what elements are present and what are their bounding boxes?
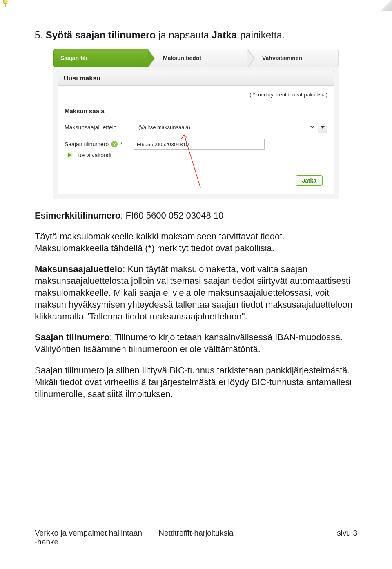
step-number: 5. xyxy=(35,29,43,40)
row-saajan-tilinumero: Saajan tilinumero ? * xyxy=(65,139,327,150)
bank-form: Saajan tili Maksun tiedot Vahvistaminen … xyxy=(53,49,339,200)
page: 5. Syötä saajan tilinumero ja napsauta J… xyxy=(0,0,392,569)
pin-icon xyxy=(2,0,9,8)
help-icon[interactable]: ? xyxy=(111,141,118,147)
tab-saajan-tili[interactable]: Saajan tili xyxy=(53,49,149,67)
example-value: : FI60 5600 052 03048 10 xyxy=(120,210,223,221)
embedded-screenshot: Saajan tili Maksun tiedot Vahvistaminen … xyxy=(53,49,339,200)
read-barcode-link[interactable]: Lue viivakoodi xyxy=(66,152,327,158)
tab-maksun-tiedot[interactable]: Maksun tiedot xyxy=(149,49,248,67)
account-number-input[interactable] xyxy=(134,139,265,150)
tab-vahvistaminen[interactable]: Vahvistaminen xyxy=(248,49,339,67)
page-curl-corner xyxy=(381,0,392,11)
paragraph-2: Maksunsaajaluettelo: Kun täytät maksulom… xyxy=(35,263,357,322)
payee-select[interactable]: (Valitse maksunsaaja) xyxy=(134,122,316,132)
content-area: 5. Syötä saajan tilinumero ja napsauta J… xyxy=(0,0,392,400)
tab1-label: Saajan tili xyxy=(60,55,87,61)
label-maksunsaajaluettelo: Maksunsaajaluettelo xyxy=(65,124,134,131)
section-maksun-saaja: Maksun saaja xyxy=(65,107,327,114)
wizard-tabs: Saajan tili Maksun tiedot Vahvistaminen xyxy=(53,49,339,67)
required-asterisk: * xyxy=(120,141,122,147)
step-suffix: -painiketta. xyxy=(237,29,285,40)
barcode-label: Lue viivakoodi xyxy=(75,152,111,158)
p2-bold: Maksunsaajaluettelo xyxy=(35,264,122,274)
panel-body: ( * merkityt kentät ovat pakollisia) Mak… xyxy=(58,86,334,194)
paragraph-3: Saajan tilinumero: Tilinumero kirjoiteta… xyxy=(35,331,357,355)
tab3-label: Vahvistaminen xyxy=(262,55,302,61)
paragraph-1: Täytä maksulomakkeelle kaikki maksamisee… xyxy=(35,230,357,254)
play-icon xyxy=(66,152,73,158)
panel-footer: Jatka xyxy=(65,171,327,190)
step-bold-prefix: Syötä saajan xyxy=(46,29,108,40)
p3-bold: Saajan tilinumero xyxy=(35,332,109,342)
example-line: Esimerkkitilinumero: FI60 5600 052 03048… xyxy=(35,210,357,221)
panel-uusi-maksu: Uusi maksu ( * merkityt kentät ovat pako… xyxy=(58,71,334,194)
footer-right: sivu 3 xyxy=(250,529,357,547)
page-footer: Verkko ja vempaimet hallintaan -hanke Ne… xyxy=(35,529,357,547)
step-mid: ja napsauta xyxy=(156,29,212,40)
paragraph-4: Saajan tilinumero ja siihen liittyvä BIC… xyxy=(35,364,357,400)
tab2-label: Maksun tiedot xyxy=(163,55,201,61)
svg-point-0 xyxy=(3,0,7,4)
step-instruction: 5. Syötä saajan tilinumero ja napsauta J… xyxy=(35,29,357,41)
chevron-down-icon[interactable] xyxy=(318,122,327,133)
payee-select-wrap: (Valitse maksunsaaja) xyxy=(134,122,327,133)
continue-button[interactable]: Jatka xyxy=(296,175,323,186)
panel-title: Uusi maksu xyxy=(58,71,334,86)
required-note: ( * merkityt kentät ovat pakollisia) xyxy=(65,91,327,98)
row-maksunsaajaluettelo: Maksunsaajaluettelo (Valitse maksunsaaja… xyxy=(65,122,327,133)
footer-left: Verkko ja vempaimet hallintaan -hanke xyxy=(35,529,142,547)
step-bold1: tilinumero xyxy=(108,29,156,40)
footer-center: Nettitreffit-harjoituksia xyxy=(142,529,249,547)
label-saajan-tilinumero: Saajan tilinumero xyxy=(65,141,109,147)
example-label: Esimerkkitilinumero xyxy=(35,210,120,221)
step-bold2: Jatka xyxy=(212,29,237,40)
